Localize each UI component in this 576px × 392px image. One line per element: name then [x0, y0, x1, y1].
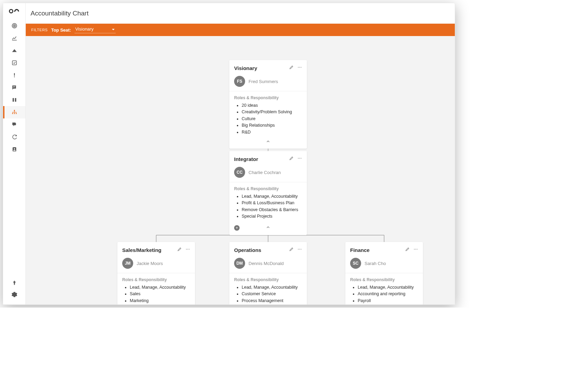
- role-item: R&D: [242, 129, 302, 136]
- nav-headlines[interactable]: [3, 81, 25, 94]
- svg-point-10: [14, 110, 15, 111]
- nav-meetings[interactable]: [3, 118, 25, 131]
- svg-point-20: [14, 148, 15, 150]
- filter-bar: FILTERS Top Seat: Visionary: [26, 24, 455, 36]
- person-name: Dennis McDonald: [249, 261, 284, 266]
- topseat-label: Top Seat:: [51, 27, 71, 33]
- role-item: Culture: [242, 116, 302, 122]
- edit-icon[interactable]: [289, 65, 294, 71]
- collapse-icon[interactable]: [266, 225, 270, 231]
- more-icon[interactable]: [185, 247, 190, 253]
- nav-accountability-chart[interactable]: [3, 106, 25, 118]
- svg-point-40: [415, 249, 416, 250]
- svg-rect-18: [16, 112, 16, 113]
- nav-pin[interactable]: [3, 277, 25, 289]
- avatar: DM: [234, 258, 245, 269]
- svg-point-29: [301, 67, 301, 68]
- add-child-button[interactable]: +: [234, 225, 240, 231]
- role-item: Lead, Manage, Accountability: [130, 284, 190, 291]
- svg-point-33: [186, 249, 187, 250]
- topseat-select[interactable]: Visionary: [74, 26, 116, 33]
- role-item: Creativity/Problem Solving: [242, 109, 302, 115]
- edit-icon[interactable]: [405, 247, 410, 253]
- page-title: Accountability Chart: [31, 10, 89, 17]
- svg-rect-16: [12, 112, 13, 113]
- nav-targets[interactable]: [3, 20, 25, 32]
- seat-card-visionary: Visionary FS Fred Summers Roles & Respon…: [229, 60, 307, 149]
- person-name: Fred Summers: [249, 79, 278, 84]
- svg-rect-6: [13, 86, 15, 87]
- sidebar: [3, 3, 26, 304]
- roles-label: Roles & Responsibility: [234, 186, 302, 191]
- nav-scorecard[interactable]: [3, 32, 25, 44]
- svg-point-37: [299, 249, 300, 250]
- filters-label: FILTERS: [31, 28, 48, 32]
- edit-icon[interactable]: [289, 247, 294, 253]
- role-item: Special Projects: [242, 213, 302, 220]
- role-item: Payroll: [358, 298, 418, 304]
- role-item: Making the Product: [242, 304, 302, 304]
- person-name: Jackie Moors: [137, 261, 163, 266]
- svg-rect-11: [14, 111, 15, 112]
- role-item: Hit Revenue/GM Goal: [130, 304, 190, 304]
- roles-label: Roles & Responsibility: [234, 277, 302, 282]
- seat-title: Sales/Marketing: [122, 247, 161, 253]
- svg-point-27: [298, 67, 299, 68]
- edit-icon[interactable]: [289, 156, 294, 162]
- nav-rocks[interactable]: [3, 44, 25, 57]
- seat-title: Integrator: [234, 156, 258, 162]
- avatar: JM: [122, 258, 133, 269]
- role-item: Lead, Manage, Accountability: [242, 193, 302, 200]
- nav-issues[interactable]: [3, 69, 25, 81]
- person-name: Charlie Cochran: [249, 170, 281, 175]
- svg-rect-8: [12, 98, 14, 102]
- svg-rect-4: [14, 73, 14, 76]
- svg-rect-9: [15, 98, 16, 102]
- avatar: FS: [234, 76, 245, 87]
- app-logo: [9, 8, 20, 15]
- svg-point-38: [301, 249, 301, 250]
- chevron-down-icon: [112, 28, 115, 31]
- svg-point-31: [299, 158, 300, 159]
- seat-title: Visionary: [234, 65, 257, 71]
- more-icon[interactable]: [297, 156, 302, 162]
- nav-process[interactable]: [3, 131, 25, 143]
- edit-icon[interactable]: [177, 247, 182, 253]
- svg-point-34: [187, 249, 188, 250]
- more-icon[interactable]: [297, 247, 302, 253]
- more-icon[interactable]: [297, 65, 302, 71]
- seat-title: Operations: [234, 247, 261, 253]
- svg-rect-7: [13, 87, 15, 88]
- chart-canvas[interactable]: Visionary FS Fred Summers Roles & Respon…: [26, 36, 455, 304]
- person-name: Sarah Cho: [365, 261, 386, 266]
- page-header: Accountability Chart: [26, 3, 455, 24]
- svg-rect-17: [14, 112, 14, 113]
- role-item: 20 ideas: [242, 102, 302, 109]
- topseat-value: Visionary: [74, 26, 116, 33]
- nav-vision[interactable]: [3, 94, 25, 106]
- role-item: Lead, Manage, Accountability: [242, 284, 302, 291]
- svg-point-36: [298, 249, 299, 250]
- role-item: Remove Obstacles & Barriers: [242, 207, 302, 213]
- svg-point-13: [12, 113, 13, 114]
- collapse-icon[interactable]: [266, 139, 270, 145]
- seat-card-sales: Sales/Marketing JM Jackie Moors Roles & …: [117, 242, 195, 304]
- svg-point-39: [414, 249, 415, 250]
- seat-card-finance: Finance SC Sarah Cho Roles & Responsibil…: [345, 242, 423, 304]
- svg-point-15: [15, 113, 16, 114]
- more-icon[interactable]: [413, 247, 418, 253]
- roles-label: Roles & Responsibility: [234, 95, 302, 100]
- role-item: IT: [358, 304, 418, 304]
- role-item: Big Relationships: [242, 122, 302, 129]
- nav-directory[interactable]: [3, 143, 25, 155]
- role-item: Sales: [130, 291, 190, 297]
- svg-rect-3: [12, 61, 16, 65]
- role-item: Customer Service: [242, 291, 302, 297]
- role-item: Accounting and reporting: [358, 291, 418, 297]
- nav-settings[interactable]: [3, 289, 25, 300]
- svg-point-2: [14, 25, 14, 26]
- nav-todos[interactable]: [3, 57, 25, 69]
- seat-card-integrator: Integrator CC Charlie Cochran Roles & Re…: [229, 151, 307, 235]
- seat-card-operations: Operations DM Dennis McDonald Roles & Re…: [229, 242, 307, 304]
- svg-point-35: [189, 249, 189, 250]
